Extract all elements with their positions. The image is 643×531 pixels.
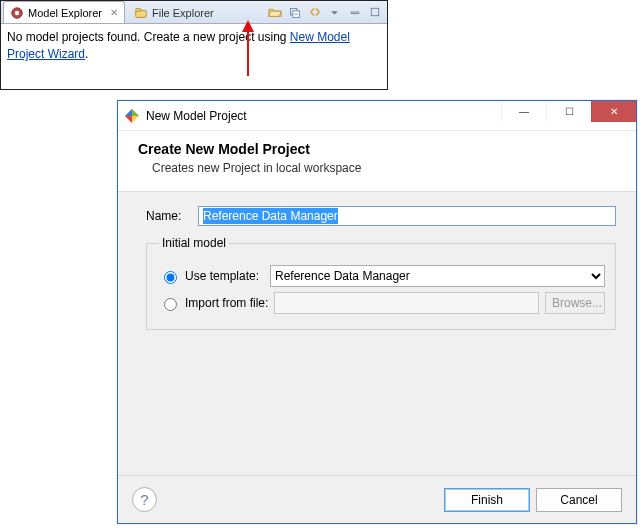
name-label: Name:: [146, 209, 190, 223]
name-value: Reference Data Manager: [203, 208, 338, 224]
view-menu-icon[interactable]: [326, 4, 343, 21]
tab-label: File Explorer: [152, 7, 214, 19]
import-file-field: [274, 292, 539, 314]
initial-model-group: Initial model Use template: Reference Da…: [146, 236, 616, 330]
dialog-header: Create New Model Project Creates new Pro…: [118, 131, 636, 192]
dialog-footer: ? Finish Cancel: [118, 475, 636, 523]
svg-rect-7: [351, 12, 359, 14]
dialog-title: New Model Project: [146, 109, 501, 123]
dialog-app-icon: [124, 108, 140, 124]
use-template-radio[interactable]: [164, 271, 177, 284]
view-tabbar: Model Explorer ✕ File Explorer: [1, 1, 387, 24]
window-controls: — ☐ ✕: [501, 101, 636, 130]
model-explorer-icon: [10, 6, 24, 20]
maximize-view-icon[interactable]: [366, 4, 383, 21]
use-template-radio-label[interactable]: Use template:: [159, 268, 264, 284]
import-file-radio[interactable]: [164, 298, 177, 311]
collapse-all-icon[interactable]: [286, 4, 303, 21]
finish-button[interactable]: Finish: [444, 488, 530, 512]
tab-file-explorer[interactable]: File Explorer: [127, 1, 221, 23]
view-toolbar: [266, 4, 387, 21]
minimize-button[interactable]: —: [501, 101, 546, 122]
name-field[interactable]: Reference Data Manager: [198, 206, 616, 226]
minimize-view-icon[interactable]: [346, 4, 363, 21]
file-explorer-icon: [134, 6, 148, 20]
close-tab-icon[interactable]: ✕: [110, 7, 118, 18]
open-folder-icon[interactable]: [266, 4, 283, 21]
template-select[interactable]: Reference Data Manager: [270, 265, 605, 287]
message-suffix: .: [85, 47, 88, 61]
model-explorer-view: Model Explorer ✕ File Explorer: [0, 0, 388, 90]
svg-rect-8: [371, 8, 379, 16]
tab-label: Model Explorer: [28, 7, 102, 19]
annotation-arrow-icon: [238, 18, 258, 78]
svg-point-1: [15, 10, 19, 14]
link-with-editor-icon[interactable]: [306, 4, 323, 21]
help-icon[interactable]: ?: [132, 487, 157, 512]
browse-button: Browse...: [545, 292, 605, 314]
dialog-body: Name: Reference Data Manager Initial mod…: [118, 192, 636, 486]
dialog-heading: Create New Model Project: [138, 141, 616, 157]
cancel-button[interactable]: Cancel: [536, 488, 622, 512]
dialog-subheading: Creates new Project in local workspace: [138, 161, 616, 175]
tab-model-explorer[interactable]: Model Explorer ✕: [3, 1, 125, 23]
svg-rect-3: [136, 8, 141, 11]
dialog-titlebar: New Model Project — ☐ ✕: [118, 101, 636, 131]
import-file-radio-label[interactable]: Import from file:: [159, 295, 268, 311]
close-button[interactable]: ✕: [591, 101, 636, 122]
empty-state-message: No model projects found. Create a new pr…: [1, 24, 387, 69]
maximize-button[interactable]: ☐: [546, 101, 591, 122]
new-model-project-dialog: New Model Project — ☐ ✕ Create New Model…: [117, 100, 637, 524]
group-legend: Initial model: [159, 236, 229, 250]
